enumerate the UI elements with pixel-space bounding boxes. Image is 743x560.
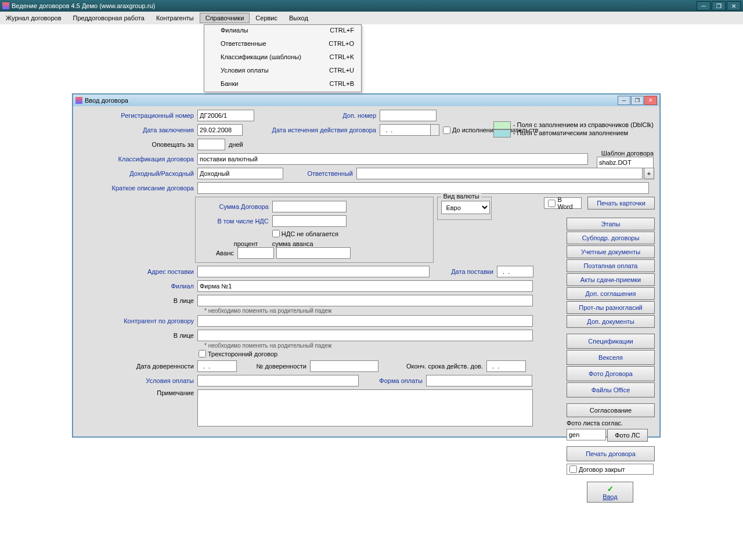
- label-including-vat: В том числе НДС: [199, 218, 272, 225]
- label-responsible: Ответственный: [283, 170, 356, 177]
- menu-item-payment-terms[interactable]: Условия оплатыCTRL+U: [204, 65, 361, 75]
- menu-item-responsibles[interactable]: ОтветственныеCTRL+O: [204, 38, 361, 49]
- label-notes: Примечание: [78, 389, 197, 396]
- closed-checkbox[interactable]: [569, 465, 577, 473]
- label-notify-in: Оповещать за: [78, 141, 197, 148]
- date-expiry-input[interactable]: [380, 124, 431, 136]
- photo-contract-button[interactable]: Фото Договора: [567, 366, 655, 381]
- label-attorney-number: № доверенности: [237, 363, 310, 370]
- minimize-button[interactable]: ─: [697, 1, 710, 10]
- label-in-person2: В лице: [78, 332, 197, 339]
- contract-sum-input[interactable]: [272, 201, 347, 212]
- label-in-person1: В лице: [78, 297, 197, 304]
- add-docs-button[interactable]: Доп. документы: [567, 315, 655, 328]
- label-date-expiry: Дата истечения действия договора: [243, 127, 380, 133]
- date-conclusion-input[interactable]: [197, 124, 243, 136]
- dialog-close[interactable]: ✕: [644, 96, 657, 105]
- branch-input[interactable]: [197, 280, 533, 292]
- menu-item-branches[interactable]: ФилиалыCTRL+F: [204, 25, 361, 35]
- classification-input[interactable]: [197, 153, 588, 165]
- menu-item-banks[interactable]: БанкиCTRL+B: [204, 78, 361, 89]
- bills-button[interactable]: Векселя: [567, 350, 655, 365]
- menu-item-classifications[interactable]: Классификации (шаблоны)CTRL+K: [204, 52, 361, 62]
- trilateral-checkbox[interactable]: [199, 350, 206, 357]
- until-obligations-checkbox[interactable]: [443, 127, 450, 134]
- label-advance: Аванс: [199, 250, 237, 256]
- short-desc-input[interactable]: [197, 182, 649, 194]
- app-titlebar: Ведение договоров 4.5 Демо (www.araxgrou…: [0, 0, 743, 12]
- dialog-minimize[interactable]: ─: [618, 96, 630, 105]
- acceptance-button[interactable]: Акты сдачи-приемки: [567, 273, 655, 286]
- label-branch: Филиал: [78, 283, 197, 290]
- label-reg-number: Регистрационный номер: [78, 112, 197, 119]
- label-days: дней: [229, 141, 243, 148]
- protocols-button[interactable]: Прот-лы разногласий: [567, 301, 655, 314]
- income-expense-input[interactable]: [197, 168, 283, 179]
- notes-textarea[interactable]: [197, 389, 533, 427]
- enter-button[interactable]: ✓ Ввод: [587, 482, 633, 503]
- print-card-button[interactable]: Печать карточки: [587, 197, 655, 209]
- payment-form-input[interactable]: [426, 375, 532, 386]
- dialog-maximize[interactable]: ❐: [631, 96, 644, 105]
- label-attorney-expiry: Оконч. срока действ. дов.: [378, 363, 486, 370]
- photo-gen-input[interactable]: [567, 429, 606, 440]
- label-dop-number: Доп. номер: [254, 112, 380, 119]
- subcontracts-button[interactable]: Субподр. договоры: [567, 232, 655, 244]
- print-contract-button[interactable]: Печать договора: [567, 446, 655, 461]
- attorney-date-input[interactable]: [197, 360, 237, 372]
- label-contract-sum: Сумма Договора: [199, 203, 272, 210]
- legend: - Поля с заполнением из справочников (Db…: [493, 121, 654, 138]
- label-short-desc: Краткое описание договора: [78, 185, 197, 192]
- dop-number-input[interactable]: [380, 110, 437, 121]
- counterparty-input[interactable]: [197, 315, 533, 327]
- label-classification: Классификация договора: [78, 156, 197, 162]
- addendum-button[interactable]: Доп. соглашения: [567, 287, 655, 300]
- maximize-button[interactable]: ❐: [712, 1, 726, 10]
- delivery-date-input[interactable]: [497, 266, 533, 277]
- approval-button[interactable]: Согласование: [567, 403, 655, 417]
- notify-in-input[interactable]: [197, 139, 225, 150]
- check-icon: ✓: [607, 485, 614, 493]
- delivery-address-input[interactable]: [197, 266, 430, 277]
- responsible-input[interactable]: [356, 168, 643, 179]
- in-word-checkbox[interactable]: [548, 200, 556, 207]
- label-counterparty: Контрагент по договору: [78, 317, 197, 324]
- staged-payment-button[interactable]: Поэтапная оплата: [567, 259, 655, 272]
- template-input[interactable]: [597, 157, 654, 168]
- dialog-title: Ввод договора: [85, 97, 128, 104]
- including-vat-input[interactable]: [272, 215, 347, 227]
- specs-button[interactable]: Спецификации: [567, 334, 655, 349]
- label-currency: Вид валюты: [441, 193, 481, 200]
- menu-counterparties[interactable]: Контрагенты: [150, 13, 200, 23]
- payment-terms-input[interactable]: [197, 375, 359, 386]
- close-button[interactable]: ✕: [727, 1, 741, 10]
- responsible-add-button[interactable]: +: [644, 168, 654, 179]
- reg-number-input[interactable]: [197, 110, 254, 121]
- vat-exempt-checkbox[interactable]: [272, 230, 280, 237]
- menu-precontract[interactable]: Преддоговорная работа: [67, 13, 150, 23]
- in-person2-input[interactable]: [197, 330, 533, 341]
- label-payment-form: Форма оплаты: [359, 377, 426, 384]
- menubar: Журнал договоров Преддоговорная работа К…: [0, 12, 743, 25]
- office-files-button[interactable]: Файлы Office: [567, 382, 655, 398]
- advance-sum-input[interactable]: [276, 247, 351, 259]
- menu-journal[interactable]: Журнал договоров: [0, 13, 67, 23]
- attorney-number-input[interactable]: [310, 360, 378, 372]
- label-advance-sum: сумма аванса: [272, 240, 313, 247]
- app-title: Ведение договоров 4.5 Демо (www.araxgrou…: [12, 2, 155, 9]
- menu-exit[interactable]: Выход: [283, 13, 314, 23]
- accounting-button[interactable]: Учетные документы: [567, 245, 655, 258]
- label-attorney-date: Дата доверенности: [78, 363, 197, 370]
- in-person1-input[interactable]: [197, 295, 533, 306]
- advance-percent-input[interactable]: [237, 247, 274, 259]
- dialog-icon: [75, 97, 82, 104]
- dialog-titlebar: Ввод договора ─ ❐ ✕: [73, 95, 659, 106]
- photo-ls-button[interactable]: Фото ЛС: [607, 429, 648, 442]
- currency-select[interactable]: Евро: [441, 201, 490, 214]
- menu-directories[interactable]: Справочники: [200, 13, 250, 23]
- attorney-expiry-input[interactable]: [486, 360, 526, 372]
- app-icon: [2, 2, 9, 9]
- label-date-conclusion: Дата заключения: [78, 127, 197, 133]
- menu-service[interactable]: Сервис: [250, 13, 283, 23]
- stages-button[interactable]: Этапы: [567, 218, 655, 230]
